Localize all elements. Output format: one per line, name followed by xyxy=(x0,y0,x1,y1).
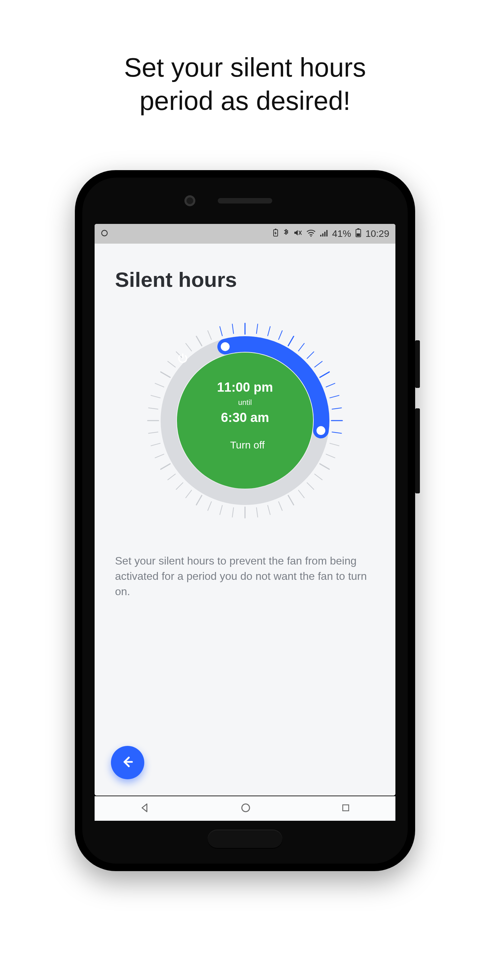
svg-line-21 xyxy=(315,361,322,367)
svg-line-47 xyxy=(155,454,164,458)
svg-point-62 xyxy=(220,342,231,352)
nav-recent-icon[interactable] xyxy=(340,803,351,814)
svg-line-55 xyxy=(168,361,175,367)
svg-line-49 xyxy=(148,432,158,434)
nav-home-icon[interactable] xyxy=(240,802,251,815)
svg-line-41 xyxy=(208,501,212,511)
svg-line-39 xyxy=(232,508,234,517)
promo-line2: period as desired! xyxy=(0,84,490,118)
end-time: 6:30 am xyxy=(221,410,269,425)
phone-side-button xyxy=(415,408,420,493)
svg-line-33 xyxy=(298,490,304,498)
svg-line-51 xyxy=(148,408,158,409)
svg-rect-11 xyxy=(357,228,360,229)
svg-line-42 xyxy=(196,495,202,505)
svg-line-59 xyxy=(208,331,212,340)
front-camera xyxy=(185,195,195,206)
svg-line-57 xyxy=(186,343,192,351)
turn-off-label: Turn off xyxy=(230,439,265,451)
mute-icon xyxy=(293,228,302,239)
screen: 41% 10:29 Silent hours 11:00 pm xyxy=(95,224,395,795)
svg-point-0 xyxy=(102,231,108,236)
svg-line-40 xyxy=(220,505,222,514)
until-label: until xyxy=(238,398,252,407)
battery-icon xyxy=(355,228,361,240)
svg-point-65 xyxy=(242,804,250,812)
svg-line-60 xyxy=(220,327,222,336)
wifi-icon xyxy=(306,228,316,239)
svg-line-32 xyxy=(307,482,314,489)
phone-frame: 41% 10:29 Silent hours 11:00 pm xyxy=(75,170,415,871)
speaker-grille xyxy=(218,198,272,204)
svg-line-52 xyxy=(151,395,160,398)
svg-line-44 xyxy=(176,482,183,489)
svg-rect-7 xyxy=(322,234,324,237)
app-content: Silent hours 11:00 pm until 6:30 am xyxy=(95,243,395,795)
svg-line-19 xyxy=(298,343,304,351)
page-title: Silent hours xyxy=(115,267,237,292)
phone-bezel: 41% 10:29 Silent hours 11:00 pm xyxy=(82,178,408,864)
svg-line-58 xyxy=(196,336,202,346)
clock-time: 10:29 xyxy=(366,228,389,239)
svg-line-15 xyxy=(256,324,258,334)
svg-line-34 xyxy=(288,495,294,505)
phone-side-button xyxy=(415,340,420,388)
svg-line-25 xyxy=(332,408,342,409)
svg-line-61 xyxy=(232,324,234,334)
svg-line-54 xyxy=(161,372,170,377)
svg-line-36 xyxy=(268,505,270,514)
svg-line-31 xyxy=(315,474,322,480)
svg-line-37 xyxy=(256,508,258,517)
time-range-dial[interactable]: 11:00 pm until 6:30 am Turn off xyxy=(95,301,395,540)
svg-line-35 xyxy=(279,501,282,511)
svg-line-22 xyxy=(320,372,329,377)
svg-rect-2 xyxy=(275,229,276,230)
promo-line1: Set your silent hours xyxy=(0,51,490,84)
svg-line-18 xyxy=(288,336,294,346)
svg-line-53 xyxy=(155,383,164,387)
svg-line-30 xyxy=(320,464,329,469)
svg-rect-8 xyxy=(324,232,326,237)
arrow-left-icon xyxy=(120,754,135,771)
start-time: 11:00 pm xyxy=(217,380,273,395)
dial-center: 11:00 pm until 6:30 am Turn off xyxy=(177,353,313,488)
description-text: Set your silent hours to prevent the fan… xyxy=(115,553,375,599)
svg-point-5 xyxy=(310,235,312,237)
svg-line-20 xyxy=(307,352,314,359)
status-bar: 41% 10:29 xyxy=(95,224,395,243)
svg-point-63 xyxy=(316,425,326,436)
svg-line-17 xyxy=(279,331,282,340)
svg-line-27 xyxy=(332,432,342,434)
carrier-icon xyxy=(101,228,108,239)
svg-line-43 xyxy=(186,490,192,498)
signal-icon xyxy=(320,228,328,239)
svg-rect-6 xyxy=(320,235,321,237)
svg-rect-66 xyxy=(343,805,349,811)
svg-line-48 xyxy=(151,443,160,446)
svg-line-16 xyxy=(268,327,270,336)
promo-title: Set your silent hours period as desired! xyxy=(0,51,490,118)
svg-line-28 xyxy=(330,443,339,446)
android-nav-bar xyxy=(95,796,395,821)
svg-line-24 xyxy=(330,395,339,398)
nav-back-icon[interactable] xyxy=(139,802,151,815)
phone-home-button xyxy=(208,830,282,849)
turn-off-button[interactable]: Turn off xyxy=(225,439,265,451)
svg-rect-12 xyxy=(356,234,360,236)
svg-line-23 xyxy=(326,383,335,387)
bluetooth-icon xyxy=(283,228,289,240)
svg-rect-9 xyxy=(326,230,328,237)
back-button[interactable] xyxy=(111,746,144,779)
svg-line-46 xyxy=(161,464,170,469)
battery-saver-icon xyxy=(272,228,279,239)
svg-line-45 xyxy=(168,474,175,480)
svg-line-29 xyxy=(326,454,335,458)
battery-percent: 41% xyxy=(332,228,351,239)
